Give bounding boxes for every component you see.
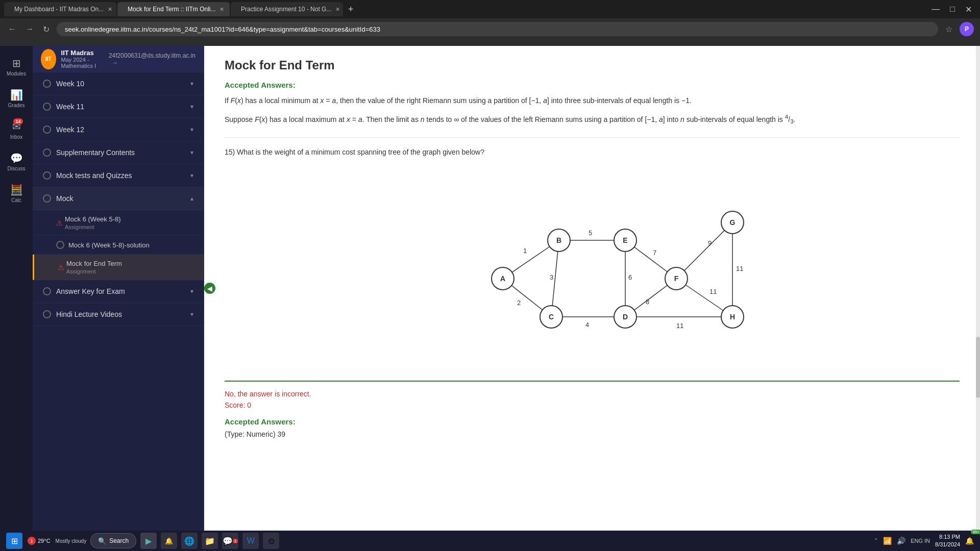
- logout-icon[interactable]: →: [112, 59, 118, 66]
- close-button[interactable]: ✕: [961, 3, 976, 16]
- reload-button[interactable]: ↻: [41, 22, 52, 36]
- tab1-close[interactable]: ✕: [108, 6, 112, 13]
- tab-2[interactable]: Mock for End Term :: IITm Onli... ✕: [117, 2, 230, 16]
- nav-mock-end-term[interactable]: ⚠ Mock for End Term Assignment: [33, 255, 204, 280]
- chevron-up-icon: ˄: [874, 537, 878, 545]
- edge-icon: 🌐: [184, 536, 194, 546]
- taskbar-app-files[interactable]: 📁: [202, 533, 218, 549]
- notif-badge: 99+: [971, 530, 980, 534]
- answer-para1: If F(x) has a local minimum at x = a, th…: [225, 94, 960, 107]
- notification-bell-icon[interactable]: 🔔: [965, 537, 974, 545]
- tab-bar: My Dashboard - IIT Madras On... ✕ Mock f…: [0, 0, 980, 18]
- whatsapp-icon: 💬: [223, 536, 233, 546]
- tab2-close[interactable]: ✕: [219, 6, 224, 13]
- language-display: ENG IN: [911, 538, 930, 544]
- nav-week12[interactable]: Week 12 ▾: [33, 118, 204, 141]
- icon-sidebar: ⊞ Modules 📊 Grades ✉ 14 Inbox 💬 Discuss …: [0, 46, 33, 531]
- tab-1[interactable]: My Dashboard - IIT Madras On... ✕: [4, 2, 116, 16]
- taskbar-app-edge[interactable]: 🌐: [181, 533, 198, 549]
- modules-label: Modules: [7, 71, 26, 77]
- nav-circle: [43, 80, 51, 88]
- nav-circle: [56, 241, 64, 249]
- sidebar-item-discuss[interactable]: 💬 Discuss: [2, 147, 31, 177]
- graph-svg: 1 2 3 5 4: [426, 166, 758, 370]
- nav-supplementary[interactable]: Supplementary Contents ▾: [33, 141, 204, 164]
- tab3-close[interactable]: ✕: [335, 6, 340, 13]
- tab-3[interactable]: Practice Assignment 10 - Not G... ✕: [231, 2, 343, 16]
- sidebar-item-inbox[interactable]: ✉ 14 Inbox: [2, 115, 31, 145]
- edge-fh-label: 11: [709, 288, 717, 295]
- nav-mock-expanded[interactable]: Mock ▴: [33, 187, 204, 210]
- edge-dh-label: 11: [676, 322, 683, 330]
- chevron-down-icon: ▾: [190, 126, 193, 133]
- wa-badge: 1: [233, 539, 238, 543]
- nav-week10[interactable]: Week 10 ▾: [33, 72, 204, 95]
- taskbar-app-word[interactable]: W: [242, 533, 259, 549]
- minimize-button[interactable]: —: [927, 3, 944, 16]
- chevron-down-icon: ▾: [190, 172, 193, 179]
- edge-ab-label: 1: [523, 247, 527, 255]
- node-g-label: G: [730, 218, 736, 227]
- start-button[interactable]: ⊞: [6, 533, 22, 549]
- nav-week11[interactable]: Week 11 ▾: [33, 95, 204, 118]
- new-tab-button[interactable]: +: [344, 4, 358, 15]
- sidebar-item-grades[interactable]: 📊 Grades: [2, 84, 31, 113]
- browser-chrome: My Dashboard - IIT Madras On... ✕ Mock f…: [0, 0, 980, 46]
- notification-badge: 1: [28, 537, 36, 545]
- volume-icon: 🔊: [897, 537, 905, 545]
- taskbar: ⊞ 1 29°C Mostly cloudy 🔍 Search ▶ 🔔 99+ …: [0, 531, 980, 551]
- time-display: 8:13 PM 8/31/2024: [935, 533, 960, 549]
- calc-icon: 🧮: [10, 184, 23, 196]
- taskbar-app-whatsapp[interactable]: 💬 1: [222, 533, 238, 549]
- nav-mock6-solution[interactable]: Mock 6 (Week 5-8)-solution: [33, 236, 204, 255]
- search-label: Search: [109, 537, 129, 544]
- scrollbar-thumb[interactable]: [976, 337, 980, 398]
- scrollbar-track[interactable]: [976, 46, 980, 531]
- back-button[interactable]: ←: [6, 22, 18, 36]
- taskbar-search-box[interactable]: 🔍 Search: [90, 533, 136, 548]
- bell-icon: 🔔: [165, 537, 173, 545]
- page-title: Mock for End Term: [225, 58, 960, 72]
- edge-de-label: 6: [628, 273, 632, 281]
- nav-hindi-videos[interactable]: Hindi Lecture Videos ▾: [33, 303, 204, 326]
- forward-button[interactable]: →: [23, 22, 36, 36]
- grades-icon: 📊: [10, 89, 23, 101]
- question-15: 15) What is the weight of a minimum cost…: [225, 148, 960, 438]
- grades-label: Grades: [8, 103, 25, 108]
- chevron-down-icon: ▾: [190, 80, 193, 87]
- sidebar-item-calc[interactable]: 🧮 Calc: [2, 179, 31, 208]
- taskbar-app-notifications[interactable]: 🔔 99+: [161, 533, 177, 549]
- nav-mock-tests[interactable]: Mock tests and Quizzes ▾: [33, 164, 204, 187]
- notification-icon[interactable]: 1 29°C: [27, 537, 52, 545]
- nav-answer-key[interactable]: Answer Key for Exam ▾: [33, 280, 204, 303]
- taskbar-right: ˄ 📶 🔊 ENG IN 8:13 PM 8/31/2024 🔔: [874, 533, 974, 549]
- sidebar-collapse-button[interactable]: ◀: [204, 283, 215, 294]
- url-input[interactable]: [57, 22, 938, 36]
- maximize-button[interactable]: □: [946, 3, 959, 16]
- nav-mock6-week58[interactable]: ⚠ Mock 6 (Week 5-8) Assignment: [33, 210, 204, 236]
- chevron-up-icon: ▴: [190, 195, 193, 202]
- discuss-label: Discuss: [7, 166, 25, 171]
- accepted-answers-section: Accepted Answers: If F(x) has a local mi…: [225, 81, 960, 127]
- modules-icon: ⊞: [12, 58, 21, 69]
- meet-icon: ▶: [145, 536, 152, 546]
- nav-sidebar: IIT IIT Madras May 2024 - Mathematics I …: [33, 46, 204, 531]
- tab2-label: Mock for End Term :: IITm Onli...: [128, 6, 215, 13]
- q15-text: 15) What is the weight of a minimum cost…: [225, 148, 960, 156]
- nav-circle: [43, 194, 51, 203]
- sidebar-item-modules[interactable]: ⊞ Modules: [2, 52, 31, 82]
- profile-button[interactable]: P: [960, 22, 974, 36]
- chrome-icon: ⊙: [268, 536, 275, 546]
- windows-icon: ⊞: [11, 536, 18, 546]
- taskbar-app-meet[interactable]: ▶: [140, 533, 157, 549]
- main-content: Mock for End Term Accepted Answers: If F…: [204, 46, 980, 531]
- chevron-down-icon: ▾: [190, 149, 193, 156]
- taskbar-app-chrome[interactable]: ⊙: [263, 533, 279, 549]
- nav-circle: [43, 126, 51, 134]
- calc-label: Calc: [11, 197, 21, 203]
- word-icon: W: [247, 536, 255, 545]
- accepted-answers-label: Accepted Answers:: [225, 81, 960, 89]
- network-icon: 📶: [883, 537, 892, 545]
- inbox-label: Inbox: [10, 134, 22, 140]
- bookmark-icon[interactable]: ☆: [943, 22, 954, 36]
